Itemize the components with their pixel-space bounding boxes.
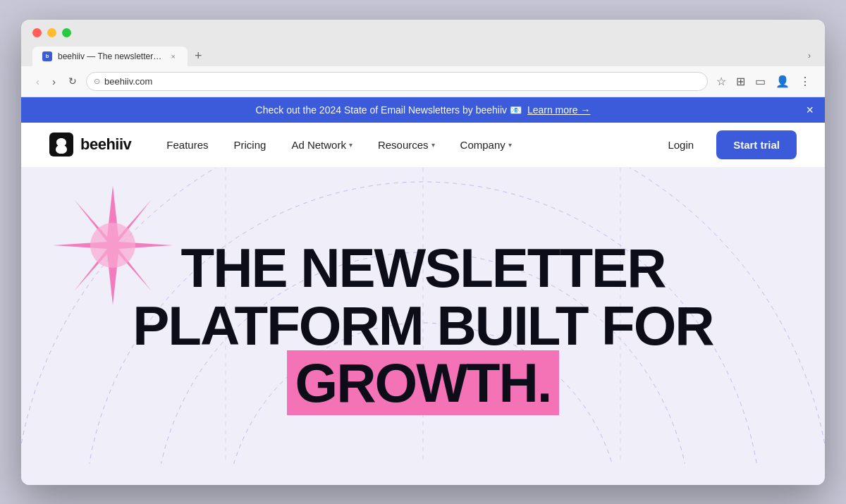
beehiiv-logo-icon: [49, 133, 73, 156]
tab-title: beehiiv — The newsletter pla…: [58, 51, 164, 61]
address-field[interactable]: ⊙ beehiiv.com: [86, 72, 708, 91]
tab-close-button[interactable]: ×: [169, 51, 178, 61]
maximize-window-button[interactable]: [62, 28, 71, 37]
banner-close-button[interactable]: ×: [806, 104, 814, 116]
extensions-button[interactable]: ⊞: [733, 72, 748, 91]
address-bar-row: ‹ › ↻ ⊙ beehiiv.com ☆ ⊞ ▭ 👤 ⋮: [21, 66, 825, 97]
browser-window: b beehiiv — The newsletter pla… × + › ‹ …: [21, 20, 825, 485]
hero-content: THE NEWSLETTER PLATFORM BUILT FOR GROWTH…: [118, 226, 727, 427]
menu-button[interactable]: ⋮: [797, 72, 814, 91]
hero-highlight: GROWTH.: [287, 350, 560, 415]
hero-line1: THE NEWSLETTER: [133, 240, 713, 297]
nav-adnetwork[interactable]: Ad Network ▾: [278, 122, 365, 167]
website-content: Check out the 2024 State of Email Newsle…: [21, 97, 825, 485]
banner-link[interactable]: Learn more →: [527, 104, 590, 116]
nav-links: Features Pricing Ad Network ▾ Resources …: [154, 122, 656, 167]
back-button[interactable]: ‹: [32, 73, 43, 90]
nav-resources[interactable]: Resources ▾: [365, 122, 448, 167]
banner-text: Check out the 2024 State of Email Newsle…: [256, 104, 522, 116]
company-dropdown-arrow: ▾: [508, 141, 512, 149]
hero-section: THE NEWSLETTER PLATFORM BUILT FOR GROWTH…: [21, 168, 825, 485]
active-tab[interactable]: b beehiiv — The newsletter pla… ×: [32, 47, 188, 66]
login-button[interactable]: Login: [656, 133, 705, 156]
hero-line3: GROWTH.: [133, 355, 713, 412]
start-trial-button[interactable]: Start trial: [716, 130, 797, 159]
tab-favicon-icon: b: [42, 51, 52, 61]
nav-company[interactable]: Company ▾: [448, 122, 525, 167]
new-tab-button[interactable]: +: [189, 46, 208, 66]
forward-button[interactable]: ›: [49, 73, 59, 90]
reload-button[interactable]: ↻: [65, 73, 80, 89]
resources-dropdown-arrow: ▾: [431, 141, 435, 149]
logo-area[interactable]: beehiiv: [49, 133, 131, 156]
bookmark-button[interactable]: ☆: [713, 72, 729, 91]
tabs-expand-button[interactable]: ›: [805, 48, 814, 63]
nav-pricing[interactable]: Pricing: [221, 122, 279, 167]
title-bar: b beehiiv — The newsletter pla… × + ›: [21, 20, 825, 66]
traffic-lights: [32, 28, 814, 37]
lock-icon: ⊙: [94, 77, 100, 86]
close-window-button[interactable]: [32, 28, 42, 37]
adnetwork-dropdown-arrow: ▾: [349, 141, 352, 149]
nav-actions: Login Start trial: [656, 130, 797, 159]
nav-features[interactable]: Features: [154, 122, 221, 167]
logo-text: beehiiv: [80, 135, 131, 154]
announcement-banner: Check out the 2024 State of Email Newsle…: [21, 97, 825, 123]
sidebar-button[interactable]: ▭: [752, 72, 768, 91]
hero-line2: PLATFORM BUILT FOR: [133, 297, 713, 355]
main-nav: beehiiv Features Pricing Ad Network ▾ Re…: [21, 123, 825, 168]
toolbar-icons: ☆ ⊞ ▭ 👤 ⋮: [713, 72, 814, 91]
minimize-window-button[interactable]: [47, 28, 56, 37]
profile-button[interactable]: 👤: [773, 72, 792, 91]
address-text: beehiiv.com: [104, 76, 152, 87]
hero-headline: THE NEWSLETTER PLATFORM BUILT FOR GROWTH…: [133, 240, 713, 413]
tab-bar: b beehiiv — The newsletter pla… × + ›: [32, 46, 814, 66]
